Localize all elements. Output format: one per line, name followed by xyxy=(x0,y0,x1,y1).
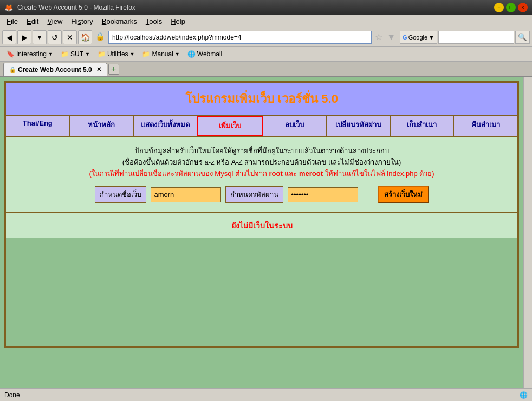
bookmark-utilities-label: Utilities xyxy=(107,50,128,58)
page-header-title: โปรแกรมเพิ่มเว็บ เวอร์ชั่น 5.0 xyxy=(185,92,338,106)
bookmark-interesting-label: Interesting xyxy=(16,50,47,58)
nav-tab-show-all[interactable]: แสดงเว็บทั้งหมด xyxy=(134,116,198,136)
name-label: กำหนดชื่อเว็บ xyxy=(95,186,146,203)
form-area: ป้อนข้อมูลสำหรับเว็บใหมโดยให้ดูรายชื่อที… xyxy=(6,137,517,213)
tab-label: Create Web Account 5.0 xyxy=(18,66,92,74)
close-button[interactable]: × xyxy=(518,3,528,12)
nav-tab-home-label: หน้าหลัก xyxy=(88,121,115,129)
form-row: กำหนดชื่อเว็บ กำหนดรหัสผ่าน สร้างเว็บใหม… xyxy=(15,186,509,203)
firefox-icon: 🦊 xyxy=(4,4,13,12)
search-container: G Google ▼ 🔍 xyxy=(400,31,530,44)
bookmark-sut-icon: 📁 xyxy=(61,50,69,58)
menu-edit[interactable]: Edit xyxy=(22,16,43,27)
titlebar-title: Create Web Account 5.0 - Mozilla Firefox xyxy=(17,4,490,11)
nav-tab-home[interactable]: หน้าหลัก xyxy=(70,116,134,136)
minimize-button[interactable]: − xyxy=(494,3,504,12)
statusbar-text: Done xyxy=(4,391,520,399)
search-input[interactable] xyxy=(438,31,514,44)
password-input[interactable] xyxy=(288,187,358,202)
main-container: โปรแกรมเพิ่มเว็บ เวอร์ชั่น 5.0 Thai/Eng … xyxy=(4,81,519,348)
back-button[interactable]: ◀ xyxy=(2,30,16,44)
desc-line1: ป้อนข้อมูลสำหรับเว็บใหมโดยให้ดูรายชื่อที… xyxy=(15,146,509,157)
status-area: ยังไม่มีเว็บในระบบ xyxy=(6,213,517,238)
bookmark-manual[interactable]: 📁 Manual ▼ xyxy=(139,49,183,59)
desc-line2: (ชื่อต้องขึ้นต้นด้วยตัวอักษร a-z หรือ A-… xyxy=(15,157,509,168)
bookmark-webmail-icon: 🌐 xyxy=(187,50,196,58)
search-engine-label: Google xyxy=(408,34,427,41)
dropdown-button[interactable]: ▼ xyxy=(33,30,47,44)
bookmark-sut-label: SUT xyxy=(70,50,83,58)
window-controls: − □ × xyxy=(494,3,528,12)
tab-icon: 🔒 xyxy=(9,67,16,73)
nav-tab-restore[interactable]: คืนสำเนา xyxy=(454,116,517,136)
bookmark-webmail[interactable]: 🌐 Webmail xyxy=(184,49,225,59)
search-engine-button[interactable]: G Google ▼ xyxy=(400,31,437,44)
nav-tab-show-all-label: แสดงเว็บทั้งหมด xyxy=(141,121,190,129)
bookmark-down-icon[interactable]: ▼ xyxy=(387,32,395,42)
nav-tab-change-pass[interactable]: เปลี่ยนรหัสผ่าน xyxy=(327,116,391,136)
statusbar: Done 🌐 xyxy=(0,388,532,401)
menu-history[interactable]: History xyxy=(67,16,97,27)
nav-tab-thai-eng-label: Thai/Eng xyxy=(23,119,53,127)
nav-tab-add-web[interactable]: เพิ่มเว็บ xyxy=(197,116,263,136)
new-tab-button[interactable]: + xyxy=(108,64,119,75)
empty-area xyxy=(6,238,517,346)
form-description: ป้อนข้อมูลสำหรับเว็บใหมโดยให้ดูรายชื่อที… xyxy=(15,146,509,179)
titlebar: 🦊 Create Web Account 5.0 - Mozilla Firef… xyxy=(0,0,532,15)
bookmark-manual-arrow: ▼ xyxy=(175,51,180,57)
bookmark-utilities-arrow: ▼ xyxy=(130,51,135,57)
bookmark-star-icon[interactable]: ☆ xyxy=(375,32,382,42)
bookmark-manual-label: Manual xyxy=(152,50,173,58)
forward-button[interactable]: ▶ xyxy=(17,30,31,44)
nav-tab-thai-eng[interactable]: Thai/Eng xyxy=(6,116,70,136)
bookmarks-bar: 🔖 Interesting ▼ 📁 SUT ▼ 📁 Utilities ▼ 📁 … xyxy=(0,47,532,62)
nav-tab-restore-label: คืนสำเนา xyxy=(471,121,500,129)
tabbar: 🔒 Create Web Account 5.0 ✕ + xyxy=(0,62,532,77)
search-submit-button[interactable]: 🔍 xyxy=(515,31,530,44)
bookmark-webmail-label: Webmail xyxy=(197,50,222,58)
bookmark-utilities[interactable]: 📁 Utilities ▼ xyxy=(94,49,138,59)
desc-note: (ในกรณีที่ท่านเปลี่ยนชื่อและรหัสผ่านของ … xyxy=(15,168,509,180)
home-button[interactable]: 🏠 xyxy=(78,30,92,44)
bookmark-interesting-icon: 🔖 xyxy=(7,50,15,58)
menubar: File Edit View History Bookmarks Tools H… xyxy=(0,15,532,28)
tab-create-web-account[interactable]: 🔒 Create Web Account 5.0 ✕ xyxy=(3,63,107,76)
nav-tab-delete-web-label: ลบเว็บ xyxy=(285,121,304,129)
page-nav-tabs: Thai/Eng หน้าหลัก แสดงเว็บทั้งหมด เพิ่มเ… xyxy=(6,116,517,137)
tab-close-icon[interactable]: ✕ xyxy=(96,66,101,73)
bookmark-sut-arrow: ▼ xyxy=(85,51,90,57)
search-dropdown-icon: ▼ xyxy=(429,34,434,41)
google-icon: G xyxy=(403,34,407,41)
menu-file[interactable]: File xyxy=(2,16,22,27)
menu-help[interactable]: Help xyxy=(166,16,190,27)
bookmark-interesting-arrow: ▼ xyxy=(48,51,53,57)
address-bar-container: 🔒 ☆ ▼ xyxy=(95,31,397,44)
lock-icon: 🔒 xyxy=(95,32,106,43)
name-input[interactable] xyxy=(151,187,221,202)
scrollbar[interactable] xyxy=(523,77,532,388)
page-content: โปรแกรมเพิ่มเว็บ เวอร์ชั่น 5.0 Thai/Eng … xyxy=(0,77,532,388)
page-header: โปรแกรมเพิ่มเว็บ เวอร์ชั่น 5.0 xyxy=(6,83,517,116)
address-input[interactable] xyxy=(108,31,372,44)
stop-button[interactable]: ✕ xyxy=(63,30,77,44)
menu-tools[interactable]: Tools xyxy=(141,16,166,27)
maximize-button[interactable]: □ xyxy=(506,3,516,12)
navigation-bar: ◀ ▶ ▼ ↺ ✕ 🏠 🔒 ☆ ▼ G Google ▼ 🔍 xyxy=(0,28,532,47)
bookmark-sut[interactable]: 📁 SUT ▼ xyxy=(57,49,93,59)
nav-tab-backup-label: เก็บสำเนา xyxy=(407,121,437,129)
nav-tab-delete-web[interactable]: ลบเว็บ xyxy=(263,116,327,136)
reload-button[interactable]: ↺ xyxy=(48,30,62,44)
bookmark-utilities-icon: 📁 xyxy=(98,50,106,58)
menu-bookmarks[interactable]: Bookmarks xyxy=(98,16,141,27)
menu-view[interactable]: View xyxy=(43,16,67,27)
create-web-button[interactable]: สร้างเว็บใหม่ xyxy=(378,186,429,203)
nav-tab-backup[interactable]: เก็บสำเนา xyxy=(391,116,455,136)
status-text: ยังไม่มีเว็บในระบบ xyxy=(231,221,293,230)
nav-tab-add-web-label: เพิ่มเว็บ xyxy=(219,122,241,130)
bookmark-interesting[interactable]: 🔖 Interesting ▼ xyxy=(3,49,56,59)
nav-tab-change-pass-label: เปลี่ยนรหัสผ่าน xyxy=(335,121,381,129)
bookmark-manual-icon: 📁 xyxy=(142,50,150,58)
pass-label: กำหนดรหัสผ่าน xyxy=(225,186,283,203)
statusbar-icon: 🌐 xyxy=(520,391,528,399)
